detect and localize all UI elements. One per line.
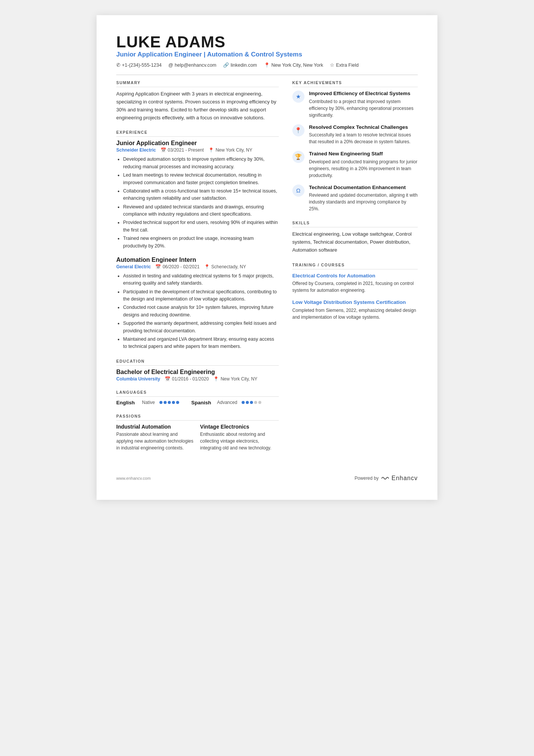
passion-1-text: Passionate about learning and applying n…	[116, 431, 195, 451]
bullet: Participated in the development of techn…	[123, 288, 279, 303]
extra-field: ☆ Extra Field	[330, 62, 359, 68]
powered-by-text: Powered by	[354, 476, 378, 481]
bullet: Assisted in testing and validating elect…	[123, 272, 279, 287]
job-1-title: Junior Application Engineer	[116, 140, 279, 147]
lang-level-spanish: Advanced	[217, 400, 237, 405]
job-1: Junior Application Engineer Schneider El…	[116, 140, 279, 250]
footer: www.enhancv.com Powered by Enhancv	[116, 471, 418, 482]
calendar-icon: 📅	[165, 376, 170, 382]
bullet: Trained new engineers on product line us…	[123, 235, 279, 250]
experience-label: EXPERIENCE	[116, 130, 279, 137]
dot	[254, 401, 257, 404]
achievements-section: KEY ACHIEVEMENTS ★ Improved Efficiency o…	[292, 80, 418, 212]
achievement-3-title: Trained New Engineering Staff	[309, 150, 418, 157]
education-section: EDUCATION Bachelor of Electrical Enginee…	[116, 359, 279, 382]
main-columns: SUMMARY Aspiring Application Engineer wi…	[116, 80, 418, 459]
passion-1: Industrial Automation Passionate about l…	[116, 424, 195, 451]
achievement-1: ★ Improved Efficiency of Electrical Syst…	[292, 90, 418, 119]
achievement-trophy-icon: 🏆	[292, 151, 304, 163]
job-1-date: 📅 03/2021 - Present	[161, 147, 204, 153]
training-2-title: Low Voltage Distribution Systems Certifi…	[292, 299, 418, 306]
edu-date: 📅 01/2016 - 01/2020	[165, 376, 209, 382]
contact-row: ✆ +1-(234)-555-1234 @ help@enhancv.com 🔗…	[116, 62, 418, 68]
achievement-1-title: Improved Efficiency of Electrical System…	[309, 90, 418, 97]
lang-level-english: Native	[142, 400, 155, 405]
bullet: Developed automation scripts to improve …	[123, 156, 279, 171]
bullet: Conducted root cause analysis for 10+ sy…	[123, 304, 279, 319]
lang-name-english: English	[116, 400, 139, 405]
email-icon: @	[169, 63, 173, 68]
skills-section: SKILLS Electrical engineering, Low volta…	[292, 221, 418, 254]
enhancv-logo-icon	[381, 476, 389, 481]
job-1-location: 📍 New York City, NY	[208, 147, 252, 153]
languages-label: LANGUAGES	[116, 390, 279, 397]
achievement-3-text: Developed and conducted training program…	[309, 158, 418, 179]
dot	[176, 401, 179, 404]
training-1: Electrical Controls for Automation Offer…	[292, 272, 418, 294]
bullet: Supported the warranty department, addre…	[123, 320, 279, 335]
lang-name-spanish: Spanish	[191, 400, 214, 405]
edu-meta: Columbia University 📅 01/2016 - 01/2020 …	[116, 376, 279, 382]
training-1-title: Electrical Controls for Automation	[292, 272, 418, 279]
location: 📍 New York City, New York	[264, 62, 323, 68]
job-2-company: General Electric	[116, 264, 151, 269]
calendar-icon: 📅	[161, 147, 166, 153]
achievement-2: 📍 Resolved Complex Technical Challenges …	[292, 124, 418, 146]
bullet: Led team meetings to review technical do…	[123, 172, 279, 186]
pin-icon: 📍	[213, 376, 219, 382]
passion-1-title: Industrial Automation	[116, 424, 195, 430]
achievement-4: Ω Technical Documentation Enhancement Re…	[292, 184, 418, 213]
school-name: Columbia University	[116, 376, 160, 382]
brand-name: Enhancv	[392, 475, 418, 482]
skills-text: Electrical engineering, Low voltage swit…	[292, 230, 418, 254]
candidate-name: LUKE ADAMS	[116, 33, 418, 51]
achievement-doc-icon: Ω	[292, 185, 304, 197]
right-column: KEY ACHIEVEMENTS ★ Improved Efficiency o…	[292, 80, 418, 459]
achievement-pin-icon: 📍	[292, 124, 304, 136]
job-1-company: Schneider Electric	[116, 147, 156, 153]
phone-icon: ✆	[116, 62, 120, 68]
job-2-date: 📅 06/2020 - 02/2021	[155, 264, 199, 269]
training-1-text: Offered by Coursera, completed in 2021, …	[292, 280, 418, 294]
email: @ help@enhancv.com	[169, 63, 216, 68]
dot	[168, 401, 171, 404]
passion-2-title: Vintage Electronics	[200, 424, 278, 430]
achievement-2-text: Successfully led a team to resolve techn…	[309, 131, 418, 145]
job-2-title: Automation Engineer Intern	[116, 257, 279, 263]
link-icon: 🔗	[223, 62, 229, 68]
lang-dots-english	[159, 401, 179, 404]
candidate-title: Junior Application Engineer | Automation…	[116, 51, 418, 58]
training-2: Low Voltage Distribution Systems Certifi…	[292, 299, 418, 321]
achievements-label: KEY ACHIEVEMENTS	[292, 80, 418, 87]
language-english: English Native	[116, 400, 179, 405]
achievement-1-text: Contributed to a project that improved s…	[309, 98, 418, 119]
experience-section: EXPERIENCE Junior Application Engineer S…	[116, 130, 279, 350]
phone: ✆ +1-(234)-555-1234	[116, 62, 162, 68]
lang-dots-spanish	[242, 401, 261, 404]
achievement-4-title: Technical Documentation Enhancement	[309, 184, 418, 191]
job-2: Automation Engineer Intern General Elect…	[116, 257, 279, 351]
training-label: TRAINING / COURSES	[292, 263, 418, 269]
header-divider	[116, 75, 418, 75]
dot	[258, 401, 261, 404]
location-icon: 📍	[264, 62, 270, 68]
skills-label: SKILLS	[292, 221, 418, 227]
left-column: SUMMARY Aspiring Application Engineer wi…	[116, 80, 279, 459]
degree-title: Bachelor of Electrical Engineering	[116, 369, 279, 376]
language-spanish: Spanish Advanced	[191, 400, 261, 405]
education-label: EDUCATION	[116, 359, 279, 366]
dot	[250, 401, 253, 404]
bullet: Collaborated with a cross-functional tea…	[123, 188, 279, 202]
training-section: TRAINING / COURSES Electrical Controls f…	[292, 263, 418, 321]
passions-grid: Industrial Automation Passionate about l…	[116, 424, 279, 451]
dot	[242, 401, 245, 404]
star-icon: ☆	[330, 62, 334, 68]
achievement-star-icon: ★	[292, 91, 304, 103]
linkedin: 🔗 linkedin.com	[223, 62, 257, 68]
achievement-3: 🏆 Trained New Engineering Staff Develope…	[292, 150, 418, 179]
training-2-text: Completed from Siemens, 2022, emphasizin…	[292, 307, 418, 321]
footer-website: www.enhancv.com	[116, 476, 151, 481]
achievement-2-title: Resolved Complex Technical Challenges	[309, 124, 418, 131]
passions-section: PASSIONS Industrial Automation Passionat…	[116, 414, 279, 451]
bullet: Reviewed and updated technical standards…	[123, 203, 279, 218]
